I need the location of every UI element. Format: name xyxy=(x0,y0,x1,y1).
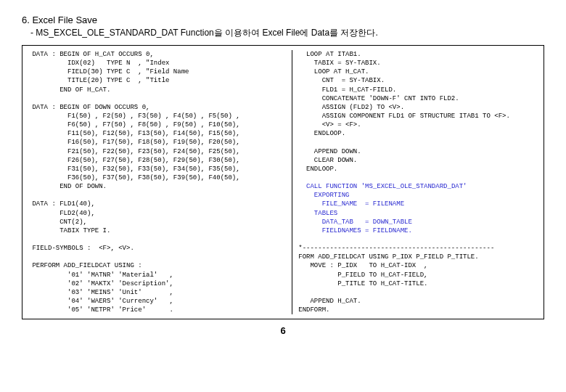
code-line: DATA : FLD1(40), xyxy=(28,200,95,208)
code-line: ENDLOOP. xyxy=(298,130,345,137)
code-column-left: DATA : BEGIN OF H_CAT OCCURS 0, IDX(02) … xyxy=(28,50,292,314)
code-line: TITLE(20) TYPE C , "Title xyxy=(28,77,169,84)
code-line: LOOP AT ITAB1. xyxy=(298,51,361,58)
code-line: APPEND H_CAT. xyxy=(298,298,361,305)
code-line: TABIX TYPE I. xyxy=(28,227,110,234)
code-line: '02' 'MAKTX' 'Description', xyxy=(28,280,173,287)
code-line: FIELD-SYMBOLS : <F>, <V>. xyxy=(28,245,134,252)
code-line: F16(50), F17(50), F18(50), F19(50), F20(… xyxy=(28,139,240,146)
code-line: CLEAR DOWN. xyxy=(298,157,357,164)
code-line: F36(50), F37(50), F38(50), F39(50), F40(… xyxy=(28,174,240,181)
code-line: TABLES xyxy=(298,210,337,217)
page-number: 6 xyxy=(22,325,544,336)
code-line: PERFORM ADD_FIELDCAT USING : xyxy=(28,262,142,269)
code-line: CNT = SY-TABIX. xyxy=(298,77,385,84)
code-line: '01' 'MATNR' 'Material' , xyxy=(28,271,173,279)
code-line: <V> = <F>. xyxy=(298,121,361,128)
code-line: P_FIELD TO H_CAT-FIELD, xyxy=(298,271,427,279)
code-line: P_TITLE TO H_CAT-TITLE. xyxy=(298,280,427,287)
code-line: ENDLOOP. xyxy=(298,166,337,173)
code-line: F26(50), F27(50), F28(50), F29(50), F30(… xyxy=(28,157,240,164)
code-line: ASSIGN (FLD2) TO <V>. xyxy=(298,104,404,111)
page-container: 6. Excel File Save - MS_EXCEL_OLE_STANDA… xyxy=(0,0,566,343)
code-line: FIELD(30) TYPE C , "Field Name xyxy=(28,68,189,75)
code-line: '03' 'MEINS' 'Unit' , xyxy=(28,289,173,296)
code-line: APPEND DOWN. xyxy=(298,148,361,155)
code-line: IDX(02) TYPE N , "Index xyxy=(28,60,169,67)
code-line: *---------------------------------------… xyxy=(298,245,494,252)
code-line-func: 'MS_EXCEL_OLE_STANDARD_DAT' xyxy=(361,183,467,190)
code-box: DATA : BEGIN OF H_CAT OCCURS 0, IDX(02) … xyxy=(22,45,544,319)
code-line: DATA : BEGIN OF DOWN OCCURS 0, xyxy=(28,104,149,111)
code-line: ENDFORM. xyxy=(298,306,329,314)
code-line: F21(50), F22(50), F23(50), F24(50), F25(… xyxy=(28,148,240,155)
code-line: FLD1 = H_CAT-FIELD. xyxy=(298,86,396,94)
code-line: ASSIGN COMPONENT FLD1 OF STRUCTURE ITAB1… xyxy=(298,113,510,120)
code-line: DATA_TAB = DOWN_TABLE xyxy=(298,219,412,226)
code-line: TABIX = SY-TABIX. xyxy=(298,60,380,67)
code-line: END OF DOWN. xyxy=(28,183,107,190)
code-line: FIELDNAMES = FIELDNAME. xyxy=(298,227,412,234)
code-line: FILE_NAME = FILENAME xyxy=(298,200,404,208)
code-line: CNT(2), xyxy=(28,219,87,226)
code-line-call: CALL FUNCTION xyxy=(298,183,361,190)
code-column-right: LOOP AT ITAB1. TABIX = SY-TABIX. LOOP AT… xyxy=(292,50,538,314)
code-line: DATA : BEGIN OF H_CAT OCCURS 0, xyxy=(28,51,154,58)
code-line: MOVE : P_IDX TO H_CAT-IDX , xyxy=(298,262,427,269)
code-line: '05' 'NETPR' 'Price' . xyxy=(28,306,173,314)
code-line: F31(50), F32(50), F33(50), F34(50), F35(… xyxy=(28,166,240,173)
code-line: F6(50) , F7(50) , F8(50) , F9(50) , F10(… xyxy=(28,121,240,128)
code-line: CONCATENATE 'DOWN-F' CNT INTO FLD2. xyxy=(298,95,459,102)
code-line: F11(50), F12(50), F13(50), F14(50), F15(… xyxy=(28,130,240,137)
section-heading: 6. Excel File Save xyxy=(22,15,544,25)
code-line: '04' 'WAERS' 'Currency' , xyxy=(28,298,173,305)
code-line: F1(50) , F2(50) , F3(50) , F4(50) , F5(5… xyxy=(28,113,240,120)
code-line: END OF H_CAT. xyxy=(28,86,110,94)
code-line: EXPORTING xyxy=(298,192,349,199)
code-line: LOOP AT H_CAT. xyxy=(298,68,369,75)
code-line: FORM ADD_FIELDCAT USING P_IDX P_FIELD P_… xyxy=(298,253,478,261)
section-subheading: - MS_EXCEL_OLE_STANDARD_DAT Function을 이용… xyxy=(30,27,544,39)
code-line: FLD2(40), xyxy=(28,210,95,217)
